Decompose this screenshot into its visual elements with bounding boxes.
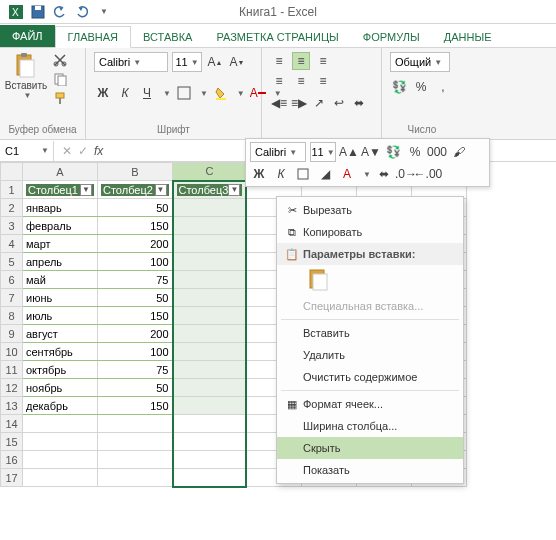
orientation-icon[interactable]: ↗ — [310, 94, 328, 112]
cell[interactable]: 200 — [98, 325, 173, 343]
wrap-text-icon[interactable]: ↩ — [330, 94, 348, 112]
cell[interactable] — [23, 433, 98, 451]
cell[interactable] — [173, 433, 247, 451]
row-header[interactable]: 10 — [1, 343, 23, 361]
mini-percent-icon[interactable]: % — [406, 143, 424, 161]
cell[interactable]: 75 — [98, 271, 173, 289]
row-header[interactable]: 12 — [1, 379, 23, 397]
cell[interactable]: 150 — [98, 397, 173, 415]
cell[interactable]: 100 — [98, 343, 173, 361]
tab-data[interactable]: ДАННЫЕ — [432, 27, 504, 47]
cell[interactable]: 150 — [98, 217, 173, 235]
cell[interactable] — [173, 361, 247, 379]
row-header[interactable]: 1 — [1, 181, 23, 199]
column-header-c[interactable]: C — [173, 163, 247, 181]
cell[interactable] — [173, 379, 247, 397]
cell[interactable] — [173, 415, 247, 433]
menu-copy[interactable]: ⧉Копировать — [277, 221, 463, 243]
cell[interactable]: сентябрь — [23, 343, 98, 361]
row-header[interactable]: 15 — [1, 433, 23, 451]
name-box[interactable]: C1▼ — [0, 141, 54, 161]
chevron-down-icon[interactable]: ▼ — [237, 89, 245, 98]
menu-clear[interactable]: Очистить содержимое — [277, 366, 463, 388]
mini-currency-icon[interactable]: 💱 — [384, 143, 402, 161]
row-header[interactable]: 14 — [1, 415, 23, 433]
row-header[interactable]: 8 — [1, 307, 23, 325]
cell[interactable]: 100 — [98, 253, 173, 271]
cell[interactable] — [173, 289, 247, 307]
select-all-corner[interactable] — [1, 163, 23, 181]
row-header[interactable]: 2 — [1, 199, 23, 217]
cell[interactable]: 50 — [98, 289, 173, 307]
row-header[interactable]: 13 — [1, 397, 23, 415]
undo-icon[interactable] — [52, 4, 68, 20]
cell[interactable] — [173, 199, 247, 217]
cell[interactable] — [173, 307, 247, 325]
mini-font-size[interactable]: 11▼ — [310, 142, 336, 162]
menu-insert[interactable]: Вставить — [277, 322, 463, 344]
tab-insert[interactable]: ВСТАВКА — [131, 27, 204, 47]
chevron-down-icon[interactable]: ▼ — [200, 89, 208, 98]
copy-icon[interactable] — [50, 71, 70, 87]
menu-hide[interactable]: Скрыть — [277, 437, 463, 459]
cell[interactable] — [98, 469, 173, 487]
confirm-icon[interactable]: ✓ — [78, 144, 88, 158]
mini-bold-button[interactable]: Ж — [250, 165, 268, 183]
borders-icon[interactable] — [175, 84, 193, 102]
percent-icon[interactable]: % — [412, 78, 430, 96]
row-header[interactable]: 6 — [1, 271, 23, 289]
qat-dropdown-icon[interactable]: ▼ — [96, 4, 112, 20]
align-top-icon[interactable]: ≡ — [270, 52, 288, 70]
cell[interactable]: август — [23, 325, 98, 343]
mini-decrease-font-icon[interactable]: A▼ — [362, 143, 380, 161]
cell[interactable]: апрель — [23, 253, 98, 271]
mini-italic-button[interactable]: К — [272, 165, 290, 183]
cell[interactable] — [98, 415, 173, 433]
cell[interactable] — [173, 343, 247, 361]
cell[interactable]: май — [23, 271, 98, 289]
cell[interactable] — [98, 433, 173, 451]
merge-icon[interactable]: ⬌ — [350, 94, 368, 112]
cell[interactable] — [173, 325, 247, 343]
redo-icon[interactable] — [74, 4, 90, 20]
cell[interactable]: 50 — [98, 379, 173, 397]
save-icon[interactable] — [30, 4, 46, 20]
row-header[interactable]: 9 — [1, 325, 23, 343]
fill-color-icon[interactable] — [212, 84, 230, 102]
cell[interactable]: 50 — [98, 199, 173, 217]
cut-icon[interactable] — [50, 52, 70, 68]
format-painter-icon[interactable] — [50, 90, 70, 106]
row-header[interactable]: 7 — [1, 289, 23, 307]
cell[interactable]: октябрь — [23, 361, 98, 379]
decrease-indent-icon[interactable]: ◀≡ — [270, 94, 288, 112]
font-name-combo[interactable]: Calibri▼ — [94, 52, 168, 72]
cell[interactable]: декабрь — [23, 397, 98, 415]
mini-font-color-icon[interactable]: A — [338, 165, 356, 183]
cell[interactable] — [173, 397, 247, 415]
cell[interactable]: 75 — [98, 361, 173, 379]
menu-format-cells[interactable]: ▦Формат ячеек... — [277, 393, 463, 415]
row-header[interactable]: 16 — [1, 451, 23, 469]
filter-dropdown-icon[interactable]: ▼ — [80, 184, 92, 196]
mini-font-name[interactable]: Calibri▼ — [250, 142, 306, 162]
mini-inc-decimal-icon[interactable]: ←.00 — [419, 165, 437, 183]
cell[interactable] — [173, 253, 247, 271]
row-header[interactable]: 4 — [1, 235, 23, 253]
align-bottom-icon[interactable]: ≡ — [314, 52, 332, 70]
row-header[interactable]: 11 — [1, 361, 23, 379]
align-center-icon[interactable]: ≡ — [292, 72, 310, 90]
mini-fill-icon[interactable]: ◢ — [316, 165, 334, 183]
cell[interactable]: июнь — [23, 289, 98, 307]
cell[interactable]: июль — [23, 307, 98, 325]
currency-icon[interactable]: 💱 — [390, 78, 408, 96]
cell[interactable]: Столбец3▼ — [173, 181, 247, 199]
italic-button[interactable]: К — [116, 84, 134, 102]
fx-icon[interactable]: fx — [94, 144, 103, 158]
cell[interactable]: март — [23, 235, 98, 253]
align-middle-icon[interactable]: ≡ — [292, 52, 310, 70]
filter-dropdown-icon[interactable]: ▼ — [155, 184, 167, 196]
decrease-font-icon[interactable]: A▼ — [228, 53, 246, 71]
cell[interactable] — [173, 469, 247, 487]
cell[interactable] — [173, 451, 247, 469]
menu-paste-option[interactable] — [277, 265, 463, 295]
